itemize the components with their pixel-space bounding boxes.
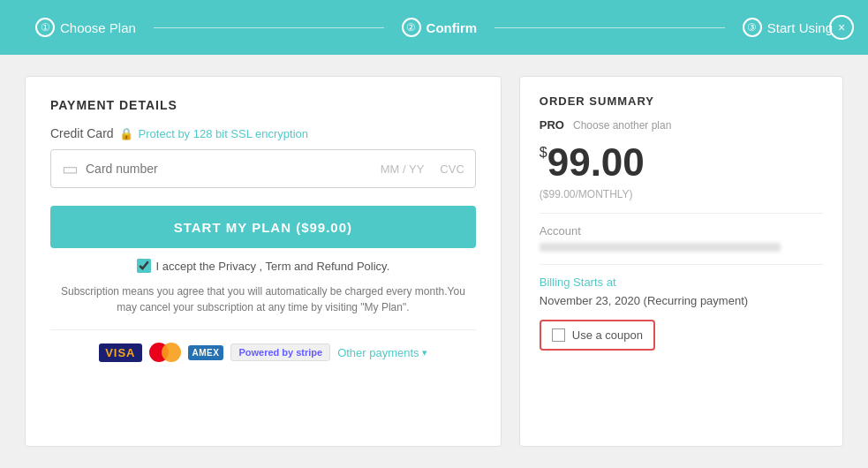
payment-panel: PAYMENT DETAILS Credit Card 🔒 Protect by… — [25, 76, 502, 447]
order-divider-2 — [540, 264, 823, 265]
price-display: $99.00 — [540, 140, 823, 185]
credit-card-label: Credit Card 🔒 Protect by 128 bit SSL enc… — [50, 126, 476, 140]
order-divider-1 — [540, 213, 823, 214]
price-amount: 99.00 — [547, 140, 645, 184]
card-icon: ▭ — [62, 158, 79, 179]
billing-label: Billing Starts at — [540, 276, 823, 289]
stripe-logo: Powered by stripe — [230, 343, 330, 361]
header: ① Choose Plan ② Confirm ③ Start Using × — [0, 0, 868, 55]
other-payments-label: Other payments — [337, 346, 419, 359]
choose-another-plan[interactable]: Choose another plan — [573, 119, 671, 132]
card-cvc-placeholder: CVC — [440, 162, 464, 176]
amex-logo: AMEX — [188, 345, 224, 360]
coupon-row[interactable]: Use a coupon — [540, 320, 655, 351]
main-content: PAYMENT DETAILS Credit Card 🔒 Protect by… — [0, 55, 868, 468]
accept-text: I accept the Privacy , Term and Refund P… — [156, 260, 390, 273]
step-3-label: Start Using — [767, 20, 833, 35]
powered-by-text: Powered by — [238, 347, 293, 358]
ssl-text: Protect by 128 bit SSL encryption — [139, 127, 308, 140]
price-dollar-sign: $ — [540, 145, 547, 160]
plan-row: PRO Choose another plan — [540, 118, 823, 132]
steps-nav: ① Choose Plan ② Confirm ③ Start Using — [35, 18, 833, 37]
step-confirm[interactable]: ② Confirm — [402, 18, 478, 37]
payment-title: PAYMENT DETAILS — [50, 98, 476, 112]
chevron-down-icon: ▾ — [422, 347, 427, 359]
step-line-2 — [494, 27, 725, 28]
card-input-wrapper[interactable]: ▭ MM / YY CVC — [50, 149, 476, 188]
order-title: ORDER SUMMARY — [540, 94, 823, 108]
order-panel: ORDER SUMMARY PRO Choose another plan $9… — [519, 76, 843, 447]
start-plan-button[interactable]: START MY PLAN ($99.00) — [50, 206, 476, 248]
mastercard-logo — [149, 343, 181, 362]
subscription-note: Subscription means you agree that you wi… — [50, 283, 476, 315]
credit-card-text: Credit Card — [50, 126, 114, 140]
coupon-checkbox[interactable] — [552, 328, 565, 342]
step-3-number: ③ — [743, 18, 762, 37]
step-1-label: Choose Plan — [60, 20, 136, 35]
card-date-placeholder: MM / YY — [381, 162, 425, 176]
step-choose-plan[interactable]: ① Choose Plan — [35, 18, 136, 37]
step-start-using[interactable]: ③ Start Using — [743, 18, 833, 37]
card-number-input[interactable] — [86, 162, 374, 176]
account-value-blurred — [540, 243, 781, 252]
payment-methods: VISA AMEX Powered by stripe Other paymen… — [50, 343, 476, 362]
price-period: ($99.00/MONTHLY) — [540, 188, 823, 200]
accept-row: I accept the Privacy , Term and Refund P… — [50, 259, 476, 273]
step-2-number: ② — [402, 18, 421, 37]
step-1-number: ① — [35, 18, 55, 37]
billing-date: November 23, 2020 (Recurring payment) — [540, 294, 823, 307]
close-button[interactable]: × — [829, 15, 854, 40]
coupon-text: Use a coupon — [572, 328, 643, 342]
lock-icon: 🔒 — [119, 127, 133, 140]
plan-name: PRO — [540, 118, 564, 132]
step-2-label: Confirm — [426, 20, 478, 35]
payment-divider — [50, 329, 476, 330]
account-label: Account — [540, 224, 823, 238]
accept-checkbox[interactable] — [137, 259, 151, 273]
mc-circle-right — [162, 343, 181, 362]
visa-logo: VISA — [99, 343, 141, 362]
other-payments-button[interactable]: Other payments ▾ — [337, 346, 427, 359]
stripe-text: stripe — [296, 347, 322, 358]
step-line-1 — [154, 27, 384, 28]
account-section: Account — [540, 224, 823, 252]
